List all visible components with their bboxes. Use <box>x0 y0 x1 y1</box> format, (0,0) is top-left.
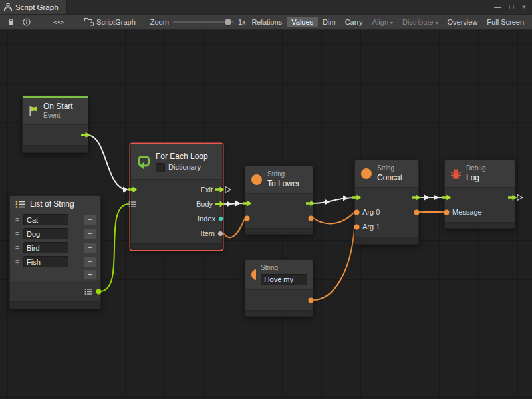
node-header[interactable]: For Each Loop Dictionary <box>131 144 222 179</box>
node-string-literal[interactable]: String <box>245 259 313 317</box>
list-item-input[interactable] <box>23 214 68 225</box>
align-button[interactable]: Align ▾ <box>368 17 398 27</box>
node-to-lower[interactable]: String To Lower <box>245 166 313 235</box>
tab-title: Script Graph <box>15 3 59 11</box>
drag-handle-icon[interactable]: = <box>14 230 21 237</box>
node-subtitle: Event <box>43 112 73 120</box>
port-label-message: Message <box>452 208 482 216</box>
lock-icon[interactable] <box>3 15 19 29</box>
node-concat[interactable]: String Concat Arg 0 <box>354 160 419 245</box>
drag-handle-icon[interactable]: = <box>14 244 21 251</box>
close-button[interactable]: × <box>522 3 526 11</box>
node-title: For Each Loop <box>156 152 208 162</box>
node-header[interactable]: String <box>245 260 313 289</box>
node-title: To Lower <box>267 179 300 189</box>
window-controls: — □ × <box>494 3 532 11</box>
overview-button[interactable]: Overview <box>443 17 483 27</box>
graph-breadcrumb[interactable]: ScriptGraph <box>84 18 136 26</box>
list-row: = − <box>10 255 100 269</box>
node-title: List of String <box>30 200 74 209</box>
node-footer <box>445 222 515 228</box>
node-header[interactable]: List of String <box>10 196 100 213</box>
node-header[interactable]: Debug Log <box>445 160 515 187</box>
remove-item-button[interactable]: − <box>84 257 96 267</box>
values-button[interactable]: Values <box>287 17 318 27</box>
node-footer <box>131 243 222 249</box>
list-input-port[interactable] <box>128 201 137 208</box>
port-label-index: Index <box>198 215 215 223</box>
add-item-button[interactable]: + <box>84 269 96 280</box>
script-graph-asset-icon <box>84 18 94 26</box>
port-label-arg1: Arg 1 <box>362 223 380 231</box>
string-icon <box>251 174 263 186</box>
index-output-port[interactable] <box>218 216 223 221</box>
node-header[interactable]: On Start Event <box>23 98 88 124</box>
remove-item-button[interactable]: − <box>84 229 96 239</box>
message-input-port[interactable] <box>444 209 450 215</box>
dictionary-label: Dictionary <box>168 163 201 172</box>
body-output-port[interactable] <box>215 201 225 207</box>
port-label-body: Body <box>196 200 213 208</box>
info-icon[interactable] <box>19 15 35 29</box>
node-debug-log[interactable]: Debug Log Message <box>444 160 515 229</box>
string-output-port[interactable] <box>308 297 314 303</box>
node-for-each-loop[interactable]: For Each Loop Dictionary Exit <box>130 144 223 250</box>
fullscreen-button[interactable]: Full Screen <box>482 17 529 27</box>
maximize-button[interactable]: □ <box>509 3 514 11</box>
arg1-input-port[interactable] <box>354 224 360 230</box>
chevron-down-icon: ▾ <box>390 20 393 26</box>
control-input-port[interactable] <box>352 194 362 201</box>
dictionary-checkbox[interactable] <box>156 163 165 172</box>
edit-code-icon[interactable]: <∙> <box>49 15 67 29</box>
list-item-input[interactable] <box>23 228 68 239</box>
string-icon <box>360 168 372 180</box>
zoom-value: 1x <box>238 18 246 26</box>
tab-script-graph[interactable]: Script Graph <box>0 0 67 14</box>
bug-icon <box>450 168 462 180</box>
zoom-slider[interactable] <box>173 18 234 26</box>
control-output-port[interactable] <box>306 200 315 207</box>
string-value-input[interactable] <box>261 274 307 285</box>
control-input-port[interactable] <box>243 200 252 207</box>
node-footer <box>245 310 313 316</box>
control-input-port[interactable] <box>128 186 138 193</box>
zoom-slider-handle[interactable] <box>225 19 231 25</box>
list-item-input[interactable] <box>23 256 68 267</box>
control-output-port[interactable] <box>81 132 90 138</box>
distribute-button[interactable]: Distribute ▾ <box>398 17 442 27</box>
node-footer <box>23 145 88 152</box>
control-output-port[interactable] <box>508 194 517 201</box>
node-header[interactable]: String To Lower <box>245 166 313 193</box>
graph-icon <box>4 3 12 11</box>
string-output-port[interactable] <box>308 215 314 221</box>
item-output-port[interactable] <box>217 231 223 237</box>
node-type-label: String <box>377 164 402 173</box>
graph-name-label: ScriptGraph <box>96 18 136 26</box>
wire-body-tolower[interactable] <box>223 203 245 204</box>
minimize-button[interactable]: — <box>494 3 501 11</box>
drag-handle-icon[interactable]: = <box>14 258 21 265</box>
dim-button[interactable]: Dim <box>318 17 340 27</box>
zoom-label: Zoom <box>150 18 169 26</box>
arg0-input-port[interactable] <box>354 209 360 215</box>
exit-output-port[interactable] <box>215 186 225 193</box>
node-on-start[interactable]: On Start Event <box>22 95 88 153</box>
drag-handle-icon[interactable]: = <box>14 216 21 223</box>
result-output-port[interactable] <box>414 209 420 215</box>
control-input-port[interactable] <box>442 194 452 201</box>
node-type-label: String <box>261 264 307 273</box>
relations-button[interactable]: Relations <box>247 17 287 27</box>
node-header[interactable]: String Concat <box>355 160 418 187</box>
list-output-port[interactable] <box>96 289 102 295</box>
remove-item-button[interactable]: − <box>84 243 96 253</box>
node-title: On Start <box>43 102 73 112</box>
flag-icon <box>28 106 39 116</box>
list-item-input[interactable] <box>23 242 68 253</box>
port-label-item: Item <box>201 229 215 237</box>
chevron-down-icon: ▾ <box>436 20 438 26</box>
control-output-port[interactable] <box>412 194 421 201</box>
remove-item-button[interactable]: − <box>84 215 96 225</box>
node-list-of-string[interactable]: List of String = − = − = − = − + <box>9 195 101 309</box>
string-input-port[interactable] <box>244 215 250 221</box>
carry-button[interactable]: Carry <box>340 17 368 27</box>
